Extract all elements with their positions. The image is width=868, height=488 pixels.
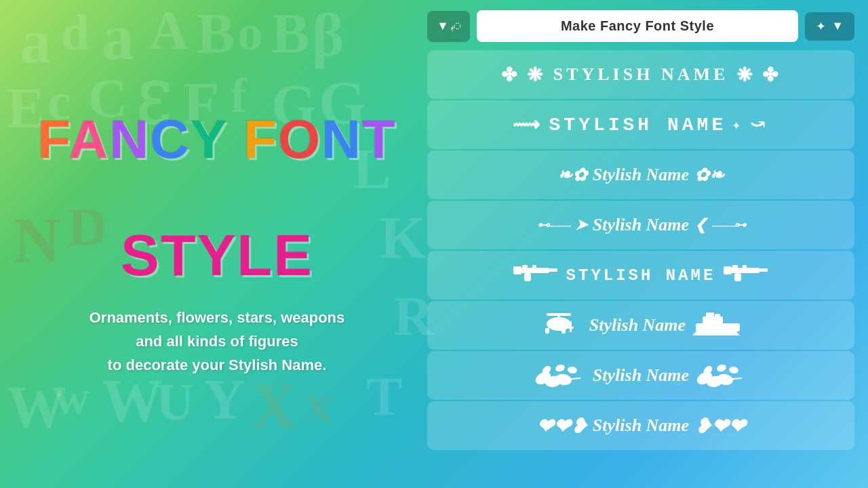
svg-rect-3 (532, 265, 536, 268)
style-name-8: Stylish Name (593, 415, 689, 436)
arrow-left-4: ⊷—— (537, 218, 570, 232)
flower-branch-right (694, 358, 749, 393)
gun-right-5 (722, 258, 770, 293)
arrow-tail-4: ——⊶ (712, 218, 745, 232)
style-row-weapon[interactable]: STYLISH NAME (427, 251, 854, 300)
ornament-right-1: ❋ ✤ (736, 64, 781, 86)
helicopter-icon (538, 308, 583, 343)
style-row-military[interactable]: ⟿ STYLISH NAME ✦ ⤻ (427, 100, 854, 149)
ship-icon (692, 310, 743, 342)
swirl-icon: ꩻ (453, 18, 460, 35)
style-name-4: Stylish Name (593, 215, 689, 235)
hearts-left-8: ❤❤❥ (536, 414, 587, 438)
dropdown-left-button[interactable]: ▼ ꩻ (427, 11, 470, 42)
svg-rect-5 (549, 268, 557, 272)
ornament-left-1: ✤ ❋ (501, 64, 545, 86)
style-name-7: Stylish Name (593, 365, 689, 386)
gun-left-5 (512, 258, 559, 293)
style-name-1: STYLISH NAME (553, 64, 729, 85)
subtitle: Ornaments, flowers, stars, weapons and a… (90, 306, 345, 378)
style-row-vine[interactable]: ❧✿ Stylish Name ✿❧ (427, 150, 854, 199)
vine-left-3: ❧✿ (557, 165, 587, 186)
svg-rect-14 (557, 316, 560, 324)
flower-branch-left (533, 358, 587, 393)
chevron-down-icon: ▼ (437, 19, 449, 33)
svg-marker-23 (692, 331, 740, 336)
svg-rect-22 (715, 314, 720, 318)
swirl-right-2: ⤻ (750, 114, 769, 136)
svg-point-30 (567, 366, 578, 374)
svg-rect-17 (545, 328, 549, 333)
style-selector-button[interactable]: ✦ ▼ (805, 12, 854, 41)
chevron-down-icon-right: ▼ (831, 19, 844, 33)
svg-rect-16 (568, 327, 574, 329)
style-row-flower[interactable]: Stylish Name (427, 351, 854, 400)
svg-rect-11 (760, 268, 768, 272)
style-name-2: STYLISH NAME (549, 115, 727, 136)
svg-rect-13 (547, 313, 571, 316)
style-row-vehicle[interactable]: Stylish Name (427, 301, 854, 350)
svg-rect-4 (524, 273, 531, 281)
swash-left-2: ⟿ (513, 113, 544, 136)
style-row-ornate[interactable]: ✤ ❋ STYLISH NAME ❋ ✤ (427, 50, 854, 99)
title-style: STYLE (37, 225, 397, 285)
styles-list: ✤ ❋ STYLISH NAME ❋ ✤ ⟿ STYLISH NAME ✦ ⤻ … (427, 50, 854, 481)
svg-rect-21 (706, 312, 714, 318)
style-name-5: STYLISH NAME (566, 266, 716, 285)
svg-point-37 (728, 366, 739, 374)
hearts-right-8: ❥❤❤ (694, 414, 745, 438)
svg-point-29 (555, 363, 566, 373)
svg-rect-9 (743, 265, 747, 268)
svg-rect-18 (561, 328, 566, 333)
svg-rect-7 (724, 266, 732, 274)
svg-point-36 (716, 363, 728, 373)
svg-rect-2 (522, 265, 528, 268)
diamond-right-2: ✦ (732, 116, 745, 134)
svg-rect-1 (513, 266, 521, 274)
left-panel: FANCY FONT STYLE Ornaments, flowers, sta… (0, 0, 434, 488)
app-title: FANCY FONT STYLE (37, 111, 397, 285)
svg-rect-8 (732, 265, 738, 268)
top-bar: ▼ ꩻ Make Fancy Font Style ✦ ▼ (427, 10, 854, 42)
right-panel: ▼ ꩻ Make Fancy Font Style ✦ ▼ ✤ ❋ STYLIS… (420, 0, 868, 488)
vine-right-3: ✿❧ (694, 165, 724, 186)
style-row-arrow[interactable]: ⊷—— ➤ Stylish Name ❮ ——⊶ (427, 201, 854, 249)
svg-rect-10 (734, 273, 741, 281)
style-name-3: Stylish Name (593, 165, 689, 185)
style-name-6: Stylish Name (589, 315, 686, 336)
arrow-tip-4: ➤ (575, 216, 587, 234)
make-fancy-font-button[interactable]: Make Fancy Font Style (477, 10, 798, 42)
style-row-hearts[interactable]: ❤❤❥ Stylish Name ❥❤❤ (427, 401, 854, 450)
arrow-right-4: ❮ (694, 216, 707, 234)
flower-icon: ✦ (816, 19, 826, 34)
